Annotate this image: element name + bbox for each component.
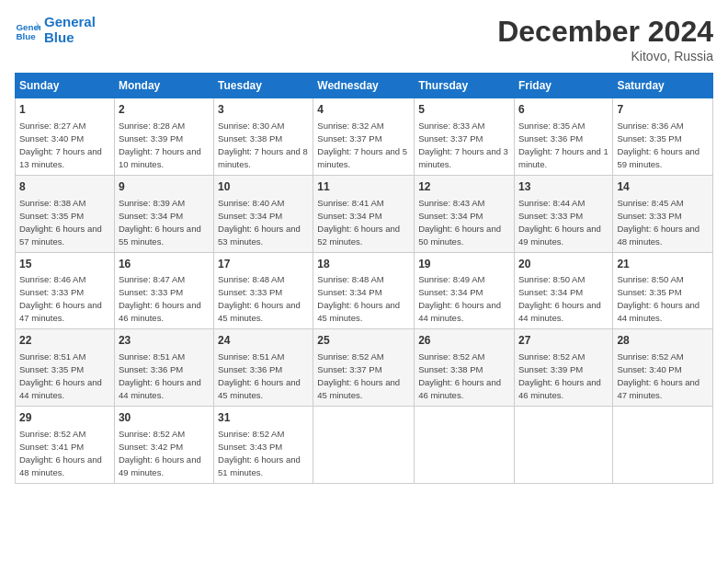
day-number: 23: [119, 333, 210, 349]
day-number: 13: [518, 179, 609, 195]
day-number: 31: [218, 410, 309, 426]
day-info: Sunrise: 8:52 AMSunset: 3:43 PMDaylight:…: [218, 429, 301, 477]
day-info: Sunrise: 8:48 AMSunset: 3:34 PMDaylight:…: [317, 274, 400, 323]
day-info: Sunrise: 8:40 AMSunset: 3:34 PMDaylight:…: [218, 198, 301, 247]
calendar-week-2: 8Sunrise: 8:38 AMSunset: 3:35 PMDaylight…: [16, 175, 713, 252]
day-info: Sunrise: 8:33 AMSunset: 3:37 PMDaylight:…: [418, 121, 508, 169]
day-info: Sunrise: 8:32 AMSunset: 3:37 PMDaylight:…: [317, 121, 407, 169]
day-number: 9: [119, 179, 210, 195]
day-info: Sunrise: 8:49 AMSunset: 3:34 PMDaylight:…: [418, 274, 501, 323]
day-number: 21: [617, 257, 709, 272]
weekday-header-thursday: Thursday: [415, 74, 515, 98]
header: General Blue General Blue December 2024 …: [15, 15, 713, 63]
calendar-cell: 23Sunrise: 8:51 AMSunset: 3:36 PMDayligh…: [114, 329, 213, 407]
day-info: Sunrise: 8:27 AMSunset: 3:40 PMDaylight:…: [19, 121, 102, 169]
day-number: 10: [218, 179, 309, 195]
day-info: Sunrise: 8:51 AMSunset: 3:36 PMDaylight:…: [218, 351, 301, 400]
title-block: December 2024 Kitovo, Russia: [497, 15, 713, 63]
day-info: Sunrise: 8:38 AMSunset: 3:35 PMDaylight:…: [19, 198, 102, 247]
weekday-header-tuesday: Tuesday: [214, 74, 313, 98]
calendar-cell: 16Sunrise: 8:47 AMSunset: 3:33 PMDayligh…: [114, 252, 213, 329]
calendar-cell: [313, 407, 415, 484]
logo-blue: Blue: [44, 30, 96, 46]
calendar-cell: [613, 407, 713, 484]
calendar-cell: 25Sunrise: 8:52 AMSunset: 3:37 PMDayligh…: [313, 329, 415, 407]
calendar-cell: 1Sunrise: 8:27 AMSunset: 3:40 PMDaylight…: [16, 98, 115, 176]
weekday-header-friday: Friday: [514, 74, 612, 98]
calendar-week-4: 22Sunrise: 8:51 AMSunset: 3:35 PMDayligh…: [16, 329, 713, 407]
day-number: 25: [317, 333, 410, 349]
day-info: Sunrise: 8:50 AMSunset: 3:34 PMDaylight:…: [518, 274, 601, 323]
calendar-cell: 10Sunrise: 8:40 AMSunset: 3:34 PMDayligh…: [214, 175, 313, 252]
calendar-cell: 3Sunrise: 8:30 AMSunset: 3:38 PMDaylight…: [214, 98, 313, 176]
day-number: 12: [418, 179, 510, 195]
day-info: Sunrise: 8:30 AMSunset: 3:38 PMDaylight:…: [218, 121, 308, 169]
day-info: Sunrise: 8:52 AMSunset: 3:40 PMDaylight:…: [617, 351, 700, 400]
calendar-cell: 22Sunrise: 8:51 AMSunset: 3:35 PMDayligh…: [16, 329, 115, 407]
subtitle: Kitovo, Russia: [497, 49, 713, 63]
day-number: 16: [119, 257, 210, 272]
day-info: Sunrise: 8:52 AMSunset: 3:37 PMDaylight:…: [317, 351, 400, 400]
day-number: 3: [218, 102, 309, 118]
day-number: 14: [617, 179, 709, 195]
day-info: Sunrise: 8:46 AMSunset: 3:33 PMDaylight:…: [19, 274, 102, 323]
day-info: Sunrise: 8:35 AMSunset: 3:36 PMDaylight:…: [518, 121, 609, 169]
weekday-header-sunday: Sunday: [16, 74, 115, 98]
day-number: 19: [418, 257, 510, 272]
calendar-cell: 29Sunrise: 8:52 AMSunset: 3:41 PMDayligh…: [16, 407, 115, 484]
day-number: 17: [218, 257, 309, 272]
day-number: 28: [617, 333, 709, 349]
weekday-header-saturday: Saturday: [613, 74, 713, 98]
calendar-cell: 8Sunrise: 8:38 AMSunset: 3:35 PMDaylight…: [16, 175, 115, 252]
day-info: Sunrise: 8:36 AMSunset: 3:35 PMDaylight:…: [617, 121, 700, 169]
calendar-cell: 28Sunrise: 8:52 AMSunset: 3:40 PMDayligh…: [613, 329, 713, 407]
calendar-cell: [415, 407, 515, 484]
weekday-header-wednesday: Wednesday: [313, 74, 415, 98]
calendar-cell: 2Sunrise: 8:28 AMSunset: 3:39 PMDaylight…: [114, 98, 213, 176]
day-info: Sunrise: 8:47 AMSunset: 3:33 PMDaylight:…: [119, 274, 201, 323]
day-number: 18: [317, 257, 410, 272]
day-number: 8: [19, 179, 110, 195]
day-number: 30: [119, 410, 210, 426]
day-info: Sunrise: 8:52 AMSunset: 3:41 PMDaylight:…: [19, 429, 102, 477]
day-info: Sunrise: 8:52 AMSunset: 3:42 PMDaylight:…: [119, 429, 201, 477]
calendar-cell: 18Sunrise: 8:48 AMSunset: 3:34 PMDayligh…: [313, 252, 415, 329]
calendar-cell: 5Sunrise: 8:33 AMSunset: 3:37 PMDaylight…: [415, 98, 515, 176]
logo-general: General: [44, 15, 96, 30]
calendar-cell: 13Sunrise: 8:44 AMSunset: 3:33 PMDayligh…: [514, 175, 612, 252]
day-number: 15: [19, 257, 110, 272]
calendar-cell: 21Sunrise: 8:50 AMSunset: 3:35 PMDayligh…: [613, 252, 713, 329]
calendar-cell: 12Sunrise: 8:43 AMSunset: 3:34 PMDayligh…: [415, 175, 515, 252]
day-number: 1: [19, 102, 110, 118]
calendar-cell: 4Sunrise: 8:32 AMSunset: 3:37 PMDaylight…: [313, 98, 415, 176]
calendar-cell: 11Sunrise: 8:41 AMSunset: 3:34 PMDayligh…: [313, 175, 415, 252]
calendar-cell: 26Sunrise: 8:52 AMSunset: 3:38 PMDayligh…: [415, 329, 515, 407]
weekday-header-monday: Monday: [114, 74, 213, 98]
day-number: 2: [119, 102, 210, 118]
calendar-week-5: 29Sunrise: 8:52 AMSunset: 3:41 PMDayligh…: [16, 407, 713, 484]
page: General Blue General Blue December 2024 …: [0, 0, 728, 563]
day-info: Sunrise: 8:50 AMSunset: 3:35 PMDaylight:…: [617, 274, 700, 323]
logo: General Blue General Blue: [15, 15, 96, 45]
calendar-table: SundayMondayTuesdayWednesdayThursdayFrid…: [15, 73, 713, 484]
calendar-cell: 14Sunrise: 8:45 AMSunset: 3:33 PMDayligh…: [613, 175, 713, 252]
calendar-week-3: 15Sunrise: 8:46 AMSunset: 3:33 PMDayligh…: [16, 252, 713, 329]
main-title: December 2024: [497, 15, 713, 49]
calendar-cell: [514, 407, 612, 484]
day-info: Sunrise: 8:51 AMSunset: 3:35 PMDaylight:…: [19, 351, 102, 400]
day-info: Sunrise: 8:28 AMSunset: 3:39 PMDaylight:…: [119, 121, 201, 169]
calendar-week-1: 1Sunrise: 8:27 AMSunset: 3:40 PMDaylight…: [16, 98, 713, 176]
calendar-cell: 6Sunrise: 8:35 AMSunset: 3:36 PMDaylight…: [514, 98, 612, 176]
calendar-cell: 17Sunrise: 8:48 AMSunset: 3:33 PMDayligh…: [214, 252, 313, 329]
calendar-cell: 31Sunrise: 8:52 AMSunset: 3:43 PMDayligh…: [214, 407, 313, 484]
calendar-cell: 9Sunrise: 8:39 AMSunset: 3:34 PMDaylight…: [114, 175, 213, 252]
day-number: 24: [218, 333, 309, 349]
day-number: 4: [317, 102, 410, 118]
calendar-cell: 30Sunrise: 8:52 AMSunset: 3:42 PMDayligh…: [114, 407, 213, 484]
day-number: 11: [317, 179, 410, 195]
svg-text:Blue: Blue: [16, 30, 36, 40]
day-info: Sunrise: 8:41 AMSunset: 3:34 PMDaylight:…: [317, 198, 400, 247]
calendar-cell: 27Sunrise: 8:52 AMSunset: 3:39 PMDayligh…: [514, 329, 612, 407]
day-number: 7: [617, 102, 709, 118]
calendar-cell: 7Sunrise: 8:36 AMSunset: 3:35 PMDaylight…: [613, 98, 713, 176]
